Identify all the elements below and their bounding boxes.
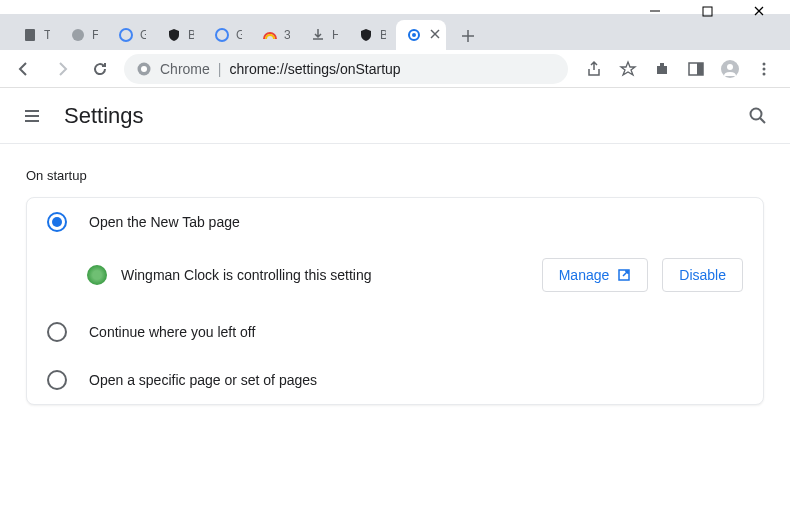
browser-tab[interactable]: Gc [108,20,156,50]
window-titlebar [0,0,790,14]
settings-header: Settings [0,88,790,144]
svg-point-19 [727,64,733,70]
option-row-continue[interactable]: Continue where you left off [27,308,763,356]
page-icon [22,27,38,43]
tab-label: Th [44,28,50,42]
shield-icon [358,27,374,43]
option-row-new-tab[interactable]: Open the New Tab page [27,198,763,246]
svg-point-5 [72,29,84,41]
tab-label: Gc [140,28,146,42]
close-icon[interactable] [430,29,440,41]
startup-options-card: Open the New Tab page Wingman Clock is c… [26,197,764,405]
extensions-icon[interactable] [652,59,672,79]
url-separator: | [218,61,222,77]
address-bar[interactable]: Chrome | chrome://settings/onStartup [124,54,568,84]
browser-tab[interactable]: Gc [204,20,252,50]
radio-button[interactable] [47,370,67,390]
google-icon [118,27,134,43]
svg-rect-1 [703,7,712,16]
page-title: Settings [64,103,144,129]
svg-point-22 [763,72,766,75]
tab-label: 3B [284,28,290,42]
svg-point-20 [763,62,766,65]
url-path: chrome://settings/onStartup [229,61,400,77]
back-button[interactable] [10,55,38,83]
browser-tab-active[interactable] [396,20,446,50]
share-icon[interactable] [584,59,604,79]
manage-button[interactable]: Manage [542,258,649,292]
google-icon [214,27,230,43]
browser-tab[interactable]: Be [348,20,396,50]
manage-button-label: Manage [559,267,610,283]
download-icon [310,27,326,43]
settings-gear-icon [406,27,422,43]
settings-content: On startup Open the New Tab page Wingman… [0,144,790,429]
forward-button[interactable] [48,55,76,83]
menu-icon[interactable] [754,59,774,79]
browser-toolbar: Chrome | chrome://settings/onStartup [0,50,790,88]
svg-point-7 [216,29,228,41]
option-label: Open a specific page or set of pages [89,372,317,388]
shield-icon [166,27,182,43]
browser-tab[interactable]: 3B [252,20,300,50]
tab-label: Be [380,28,386,42]
svg-rect-17 [697,63,703,75]
tab-label: Be [188,28,194,42]
toolbar-actions [578,59,780,79]
tab-label: Gc [236,28,242,42]
option-label: Continue where you left off [89,324,255,340]
tab-label: Hc [332,28,338,42]
hamburger-menu-button[interactable] [20,104,44,128]
search-button[interactable] [746,104,770,128]
sidepanel-icon[interactable] [686,59,706,79]
section-title: On startup [26,168,764,183]
disable-button[interactable]: Disable [662,258,743,292]
radio-button[interactable] [47,212,67,232]
globe-icon [70,27,86,43]
url-scheme-label: Chrome [160,61,210,77]
svg-point-6 [120,29,132,41]
window-close-button[interactable] [752,4,766,18]
extension-notice-row: Wingman Clock is controlling this settin… [27,246,763,308]
svg-point-15 [141,66,147,72]
disable-button-label: Disable [679,267,726,283]
browser-tab[interactable]: Be [156,20,204,50]
radio-button[interactable] [47,322,67,342]
window-minimize-button[interactable] [648,4,662,18]
tab-label: Fil [92,28,98,42]
reload-button[interactable] [86,55,114,83]
rainbow-icon [262,27,278,43]
svg-line-27 [760,118,765,123]
option-row-specific-pages[interactable]: Open a specific page or set of pages [27,356,763,404]
tab-strip: Th Fil Gc Be Gc 3B Hc Be [0,14,790,50]
svg-point-9 [412,33,416,37]
extension-icon [87,265,107,285]
chrome-icon [136,61,152,77]
svg-rect-4 [25,29,35,41]
external-link-icon [617,268,631,282]
window-maximize-button[interactable] [700,4,714,18]
extension-notice-text: Wingman Clock is controlling this settin… [121,267,528,283]
option-label: Open the New Tab page [89,214,240,230]
browser-tab[interactable]: Th [12,20,60,50]
bookmark-icon[interactable] [618,59,638,79]
svg-point-21 [763,67,766,70]
browser-tab[interactable]: Hc [300,20,348,50]
svg-point-26 [751,108,762,119]
new-tab-button[interactable] [454,22,482,50]
browser-tab[interactable]: Fil [60,20,108,50]
profile-icon[interactable] [720,59,740,79]
